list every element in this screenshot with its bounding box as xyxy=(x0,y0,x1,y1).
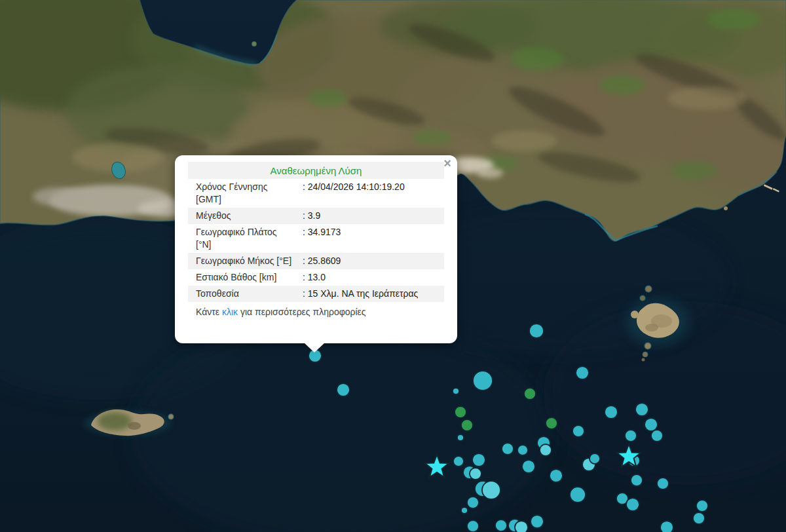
earthquake-marker[interactable] xyxy=(457,434,464,441)
earthquake-marker[interactable] xyxy=(453,456,464,466)
earthquake-popup: × Αναθεωρημένη Λύση Χρόνος Γέννησης[GMT]… xyxy=(175,155,457,343)
earthquake-marker[interactable] xyxy=(645,418,658,431)
earthquake-marker[interactable] xyxy=(605,406,618,419)
row-value: : 15 Χλμ. ΝΑ της Ιεράπετρας xyxy=(303,286,444,302)
popup-row-origin-time: Χρόνος Γέννησης[GMT] : 24/04/2026 14:10:… xyxy=(188,179,444,208)
earthquake-marker[interactable] xyxy=(660,521,673,532)
popup-row-latitude: Γεωγραφικό Πλάτος[°N] : 34.9173 xyxy=(188,224,444,253)
earthquake-marker[interactable] xyxy=(455,406,466,418)
earthquake-marker[interactable] xyxy=(467,520,479,532)
popup-tail xyxy=(304,343,325,352)
popup-row-location: Τοποθεσία : 15 Χλμ. ΝΑ της Ιεράπετρας xyxy=(188,286,444,302)
earthquake-marker[interactable] xyxy=(631,474,643,486)
footer-text: για περισσότερες πληροφορίες xyxy=(238,307,366,317)
popup-row-depth: Εστιακό Βάθος [km] : 13.0 xyxy=(188,269,444,286)
earthquake-marker[interactable] xyxy=(576,366,589,379)
earthquake-marker[interactable] xyxy=(572,425,584,437)
earthquake-marker[interactable] xyxy=(693,512,705,524)
row-label: Γεωγραφικό Μήκος [°E] xyxy=(188,253,303,269)
earthquake-marker[interactable] xyxy=(626,498,639,511)
earthquake-marker[interactable] xyxy=(657,478,669,489)
popup-title: Αναθεωρημένη Λύση xyxy=(188,162,444,179)
popup-content: Αναθεωρημένη Λύση Χρόνος Γέννησης[GMT] :… xyxy=(188,162,444,318)
earthquake-marker[interactable] xyxy=(696,500,708,512)
earthquake-marker[interactable] xyxy=(522,460,535,473)
row-value: : 13.0 xyxy=(303,269,444,286)
earthquake-marker[interactable] xyxy=(515,521,528,532)
earthquake-marker[interactable] xyxy=(467,497,479,508)
earthquake-marker[interactable] xyxy=(472,453,485,466)
row-value: : 24/04/2026 14:10:19.20 xyxy=(303,179,444,208)
row-label: Τοποθεσία xyxy=(188,286,303,302)
more-info-link[interactable]: κλικ xyxy=(222,307,238,317)
row-value: : 3.9 xyxy=(303,208,444,224)
earthquake-marker[interactable] xyxy=(625,430,637,442)
earthquake-marker[interactable] xyxy=(570,487,586,503)
map-canvas[interactable]: × Αναθεωρημένη Λύση Χρόνος Γέννησης[GMT]… xyxy=(0,0,786,532)
earthquake-marker[interactable] xyxy=(502,443,514,455)
row-value: : 34.9173 xyxy=(303,224,444,253)
row-label: Μέγεθος xyxy=(188,208,303,224)
earthquake-marker[interactable] xyxy=(635,403,648,416)
row-label: Γεωγραφικό Πλάτος[°N] xyxy=(188,224,303,253)
earthquake-marker[interactable] xyxy=(482,481,500,499)
earthquake-marker[interactable] xyxy=(461,419,473,431)
earthquake-marker[interactable] xyxy=(524,388,536,400)
earthquake-marker[interactable] xyxy=(461,507,468,514)
popup-row-magnitude: Μέγεθος : 3.9 xyxy=(188,208,444,224)
earthquake-marker[interactable] xyxy=(546,417,557,429)
row-label: Εστιακό Βάθος [km] xyxy=(188,269,303,286)
row-label: Χρόνος Γέννησης[GMT] xyxy=(188,179,303,208)
earthquake-marker[interactable] xyxy=(495,520,507,531)
earthquake-marker[interactable] xyxy=(337,383,350,396)
earthquake-marker[interactable] xyxy=(529,324,544,338)
popup-footer: Κάντε κλικ για περισσότερες πληροφορίες xyxy=(188,302,444,318)
earthquake-marker[interactable] xyxy=(590,453,600,464)
earthquake-marker[interactable] xyxy=(453,388,459,394)
earthquake-marker[interactable] xyxy=(517,445,528,455)
earthquake-marker[interactable] xyxy=(531,515,544,528)
earthquake-marker[interactable] xyxy=(540,444,552,456)
earthquake-marker[interactable] xyxy=(651,430,663,442)
close-icon[interactable]: × xyxy=(443,156,451,170)
row-value: : 25.8609 xyxy=(303,253,444,269)
earthquake-marker[interactable] xyxy=(550,469,563,482)
earthquake-marker[interactable] xyxy=(473,371,493,390)
footer-text: Κάντε xyxy=(196,307,222,317)
popup-row-longitude: Γεωγραφικό Μήκος [°E] : 25.8609 xyxy=(188,253,444,269)
earthquake-marker[interactable] xyxy=(470,468,481,480)
